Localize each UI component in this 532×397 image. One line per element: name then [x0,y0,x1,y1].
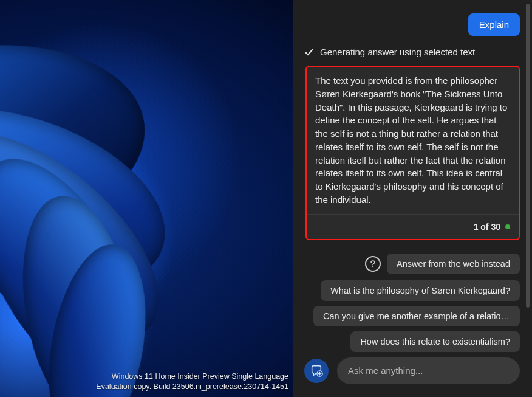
answer-from-web-button[interactable]: Answer from the web instead [387,254,520,274]
ask-input[interactable] [337,357,520,384]
explain-button[interactable]: Explain [468,13,520,36]
chat-plus-icon [310,364,323,378]
watermark-line2: Evaluation copy. Build 23506.ni_prerelea… [96,382,288,392]
suggestion-chip[interactable]: What is the philosophy of Søren Kierkega… [321,280,520,301]
answer-text: The text you provided is from the philos… [315,74,510,207]
chat-scroll-area: Explain Generating answer using selected… [293,0,532,353]
status-dot-icon [505,224,510,229]
desktop-wallpaper: Windows 11 Home Insider Preview Single L… [0,0,293,397]
answer-card: The text you provided is from the philos… [305,66,520,240]
question-bubble-icon [365,256,381,272]
vertical-scrollbar[interactable] [526,4,530,308]
watermark-line1: Windows 11 Home Insider Preview Single L… [96,371,288,382]
windows-watermark: Windows 11 Home Insider Preview Single L… [96,371,288,392]
suggestion-chip[interactable]: How does this relate to existentialism? [350,331,520,352]
answer-footer: 1 of 30 [307,214,519,239]
check-icon [304,47,314,57]
suggestion-list: What is the philosophy of Søren Kierkega… [305,280,520,352]
suggestion-chip[interactable]: Can you give me another example of a rel… [313,306,520,326]
status-row: Generating answer using selected text [304,47,520,57]
svg-point-1 [372,266,373,267]
status-text: Generating answer using selected text [320,47,475,57]
pagination-label: 1 of 30 [474,221,500,233]
new-topic-button[interactable] [304,359,329,383]
input-bar [293,353,532,397]
copilot-panel: Explain Generating answer using selected… [293,0,532,397]
